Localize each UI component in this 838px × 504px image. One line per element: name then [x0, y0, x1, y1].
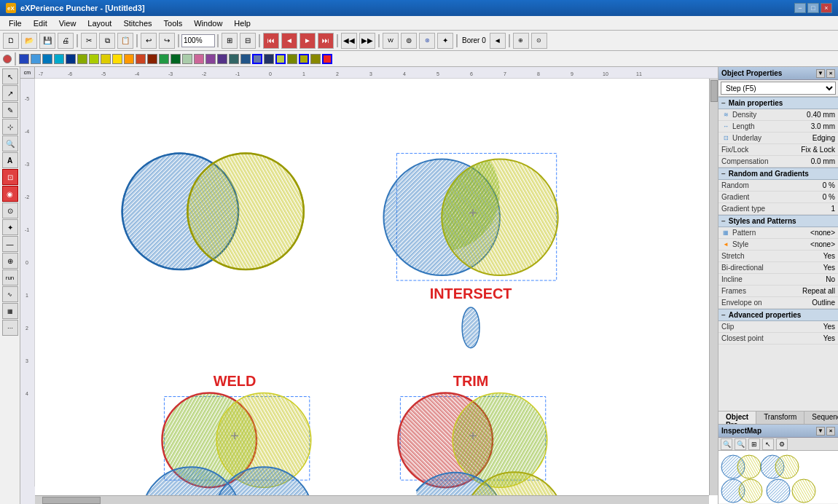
color-select[interactable]: ⊙ — [531, 33, 547, 49]
hoop-button[interactable]: ⊚ — [401, 33, 417, 49]
menu-view[interactable]: View — [53, 17, 82, 29]
tool-stitch[interactable]: ⊡ — [2, 169, 18, 185]
color-swatch-9[interactable] — [124, 54, 134, 64]
panel-close-btn[interactable]: × — [826, 69, 835, 78]
menu-help[interactable]: Help — [228, 17, 257, 29]
spool-button[interactable]: ⊛ — [419, 33, 435, 49]
menu-file[interactable]: File — [3, 17, 28, 29]
undo-button[interactable]: ↩ — [141, 33, 157, 49]
color-swatch-24[interactable] — [299, 54, 309, 64]
color-swatch-4[interactable] — [66, 54, 76, 64]
stitch-button[interactable]: ✦ — [437, 33, 453, 49]
tab-sequence[interactable]: Sequence ... — [804, 412, 838, 424]
tool-star[interactable]: ✦ — [2, 219, 18, 235]
active-color-circle[interactable] — [3, 55, 12, 63]
back-button[interactable]: ◄ — [281, 33, 297, 49]
color-swatch-2[interactable] — [42, 54, 52, 64]
save-button[interactable]: 💾 — [39, 33, 55, 49]
ffwd-button[interactable]: ⏭ — [318, 33, 334, 49]
tool-run[interactable]: run — [2, 269, 18, 286]
tool-circle[interactable]: ⊙ — [2, 202, 18, 218]
color-swatch-16[interactable] — [205, 54, 216, 64]
tab-transform[interactable]: Transform — [756, 412, 804, 424]
open-button[interactable]: 📂 — [21, 33, 37, 49]
menu-layout[interactable]: Layout — [82, 17, 117, 29]
tool-shape[interactable]: ⊹ — [2, 119, 18, 135]
paste-button[interactable]: 📋 — [117, 33, 133, 49]
inspect-float-btn[interactable]: ▼ — [816, 427, 825, 436]
color-swatch-19[interactable] — [240, 54, 251, 64]
color-swatch-1[interactable] — [31, 54, 41, 64]
grid2-button[interactable]: ⊟ — [240, 33, 256, 49]
color-swatch-3[interactable] — [54, 54, 64, 64]
color-swatch-21[interactable] — [264, 54, 274, 64]
tool-pattern[interactable]: ▦ — [2, 303, 18, 319]
canvas-content[interactable]: INTERSECT WELD — [35, 79, 718, 504]
color-swatch-15[interactable] — [194, 54, 204, 64]
menu-window[interactable]: Window — [188, 17, 228, 29]
color-swatch-8[interactable] — [112, 54, 122, 64]
minimize-button[interactable]: − — [794, 3, 806, 13]
color-swatch-11[interactable] — [147, 54, 157, 64]
forward-button[interactable]: ► — [299, 33, 316, 49]
color-swatch-23[interactable] — [287, 54, 297, 64]
color-swatch-10[interactable] — [136, 54, 146, 64]
tool-fill[interactable]: ◉ — [2, 186, 18, 202]
color-swatch-14[interactable] — [182, 54, 192, 64]
tab-object-properties[interactable]: Object Pro... — [718, 412, 756, 424]
tool-misc[interactable]: ⋯ — [2, 320, 18, 336]
color-swatch-25[interactable] — [310, 54, 321, 64]
inspect-map-title: InspectMap — [721, 427, 761, 435]
tool-zoom[interactable]: 🔍 — [2, 135, 18, 151]
tool-draw[interactable]: ✎ — [2, 102, 18, 118]
color-swatch-13[interactable] — [171, 54, 181, 64]
color-swatch-0[interactable] — [19, 54, 29, 64]
grid-button[interactable]: ⊞ — [222, 33, 238, 49]
inspect-zoom-in[interactable]: 🔍 — [721, 438, 732, 450]
color-swatch-5[interactable] — [77, 54, 87, 64]
tool-zoom-in[interactable]: ⊕ — [2, 253, 18, 269]
inspect-settings[interactable]: ⚙ — [776, 438, 788, 450]
svg-text:1: 1 — [302, 71, 305, 76]
properties-scroll[interactable]: Main properties ≋ Density 0.40 mm ↔ Leng… — [718, 97, 838, 411]
panel-float-btn[interactable]: ▼ — [816, 69, 825, 78]
rewind-button[interactable]: ⏮ — [263, 33, 279, 49]
color-swatch-18[interactable] — [229, 54, 239, 64]
color-swatch-6[interactable] — [89, 54, 99, 64]
color-swatch-20[interactable] — [252, 54, 262, 64]
color-wheel[interactable]: ⊕ — [513, 33, 529, 49]
inspect-select[interactable]: ↖ — [762, 438, 774, 450]
color-swatch-12[interactable] — [159, 54, 169, 64]
tool-wave[interactable]: ∿ — [2, 286, 18, 302]
color-swatch-22[interactable] — [275, 54, 286, 64]
menu-tools[interactable]: Tools — [158, 17, 189, 29]
thread-button[interactable]: W — [383, 33, 399, 49]
zoom-input[interactable] — [181, 34, 215, 47]
jump-fwd-button[interactable]: ▶▶ — [359, 33, 375, 49]
close-button[interactable]: × — [821, 3, 832, 13]
color-swatch-7[interactable] — [101, 54, 111, 64]
inspect-zoom-out[interactable]: 🔍 — [735, 438, 746, 450]
color-swatch-26[interactable] — [322, 54, 332, 64]
copy-button[interactable]: ⧉ — [99, 33, 115, 49]
inspect-close-btn[interactable]: × — [826, 427, 835, 436]
maximize-button[interactable]: □ — [807, 3, 819, 13]
menu-edit[interactable]: Edit — [28, 17, 53, 29]
tool-select[interactable]: ↖ — [2, 68, 18, 84]
print-button[interactable]: 🖨 — [58, 33, 74, 49]
tool-node[interactable]: ↗ — [2, 85, 18, 101]
fixlock-row: Fix/Lock Fix & Lock — [718, 144, 838, 156]
tool-line[interactable]: — — [2, 236, 18, 252]
new-button[interactable]: 🗋 — [3, 33, 19, 49]
menu-stitches[interactable]: Stitches — [117, 17, 157, 29]
step-select[interactable]: Step (F5) — [721, 82, 836, 95]
tool-text[interactable]: A — [2, 152, 18, 168]
inspect-fit[interactable]: ⊞ — [748, 438, 760, 450]
jump-back-button[interactable]: ◀◀ — [341, 33, 357, 49]
scrollbar-vertical[interactable] — [709, 79, 718, 495]
redo-button[interactable]: ↪ — [159, 33, 175, 49]
borer-prev[interactable]: ◄ — [490, 33, 506, 49]
cut-button[interactable]: ✂ — [81, 33, 97, 49]
color-swatch-17[interactable] — [217, 54, 227, 64]
scrollbar-horizontal[interactable] — [35, 495, 709, 504]
